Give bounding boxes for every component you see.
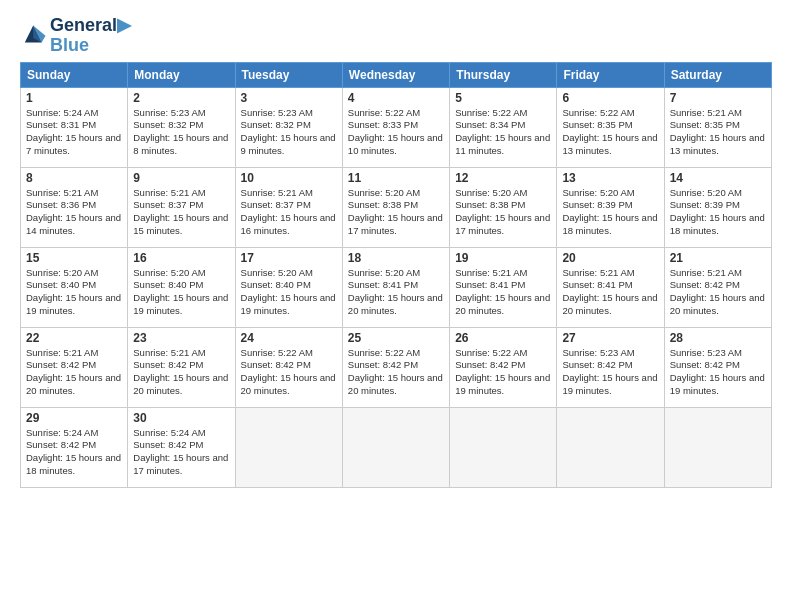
- day-info: Sunrise: 5:21 AM Sunset: 8:36 PM Dayligh…: [26, 187, 122, 238]
- calendar-cell: 14 Sunrise: 5:20 AM Sunset: 8:39 PM Dayl…: [664, 167, 771, 247]
- calendar-cell: 5 Sunrise: 5:22 AM Sunset: 8:34 PM Dayli…: [450, 87, 557, 167]
- day-info: Sunrise: 5:22 AM Sunset: 8:33 PM Dayligh…: [348, 107, 444, 158]
- day-number: 10: [241, 171, 337, 185]
- calendar-cell: 15 Sunrise: 5:20 AM Sunset: 8:40 PM Dayl…: [21, 247, 128, 327]
- day-info: Sunrise: 5:20 AM Sunset: 8:39 PM Dayligh…: [562, 187, 658, 238]
- col-monday: Monday: [128, 62, 235, 87]
- day-info: Sunrise: 5:24 AM Sunset: 8:31 PM Dayligh…: [26, 107, 122, 158]
- day-number: 16: [133, 251, 229, 265]
- day-info: Sunrise: 5:21 AM Sunset: 8:41 PM Dayligh…: [455, 267, 551, 318]
- calendar-cell: 29 Sunrise: 5:24 AM Sunset: 8:42 PM Dayl…: [21, 407, 128, 487]
- calendar-row: 15 Sunrise: 5:20 AM Sunset: 8:40 PM Dayl…: [21, 247, 772, 327]
- calendar-row: 22 Sunrise: 5:21 AM Sunset: 8:42 PM Dayl…: [21, 327, 772, 407]
- calendar-cell: 9 Sunrise: 5:21 AM Sunset: 8:37 PM Dayli…: [128, 167, 235, 247]
- calendar-table: Sunday Monday Tuesday Wednesday Thursday…: [20, 62, 772, 488]
- day-number: 18: [348, 251, 444, 265]
- day-number: 13: [562, 171, 658, 185]
- day-info: Sunrise: 5:23 AM Sunset: 8:42 PM Dayligh…: [562, 347, 658, 398]
- day-info: Sunrise: 5:21 AM Sunset: 8:42 PM Dayligh…: [26, 347, 122, 398]
- day-number: 23: [133, 331, 229, 345]
- day-number: 26: [455, 331, 551, 345]
- day-number: 3: [241, 91, 337, 105]
- day-info: Sunrise: 5:20 AM Sunset: 8:38 PM Dayligh…: [455, 187, 551, 238]
- day-number: 20: [562, 251, 658, 265]
- day-number: 11: [348, 171, 444, 185]
- calendar-cell: 10 Sunrise: 5:21 AM Sunset: 8:37 PM Dayl…: [235, 167, 342, 247]
- col-saturday: Saturday: [664, 62, 771, 87]
- calendar-row: 1 Sunrise: 5:24 AM Sunset: 8:31 PM Dayli…: [21, 87, 772, 167]
- calendar-cell: 26 Sunrise: 5:22 AM Sunset: 8:42 PM Dayl…: [450, 327, 557, 407]
- calendar-cell: [235, 407, 342, 487]
- day-info: Sunrise: 5:21 AM Sunset: 8:42 PM Dayligh…: [133, 347, 229, 398]
- col-sunday: Sunday: [21, 62, 128, 87]
- calendar-cell: 17 Sunrise: 5:20 AM Sunset: 8:40 PM Dayl…: [235, 247, 342, 327]
- col-tuesday: Tuesday: [235, 62, 342, 87]
- day-info: Sunrise: 5:21 AM Sunset: 8:42 PM Dayligh…: [670, 267, 766, 318]
- day-number: 1: [26, 91, 122, 105]
- calendar-cell: 18 Sunrise: 5:20 AM Sunset: 8:41 PM Dayl…: [342, 247, 449, 327]
- calendar-header-row: Sunday Monday Tuesday Wednesday Thursday…: [21, 62, 772, 87]
- calendar-cell: 3 Sunrise: 5:23 AM Sunset: 8:32 PM Dayli…: [235, 87, 342, 167]
- day-number: 27: [562, 331, 658, 345]
- day-info: Sunrise: 5:23 AM Sunset: 8:42 PM Dayligh…: [670, 347, 766, 398]
- day-number: 21: [670, 251, 766, 265]
- day-number: 15: [26, 251, 122, 265]
- calendar-cell: 25 Sunrise: 5:22 AM Sunset: 8:42 PM Dayl…: [342, 327, 449, 407]
- calendar-cell: 6 Sunrise: 5:22 AM Sunset: 8:35 PM Dayli…: [557, 87, 664, 167]
- calendar-cell: 20 Sunrise: 5:21 AM Sunset: 8:41 PM Dayl…: [557, 247, 664, 327]
- calendar-row: 8 Sunrise: 5:21 AM Sunset: 8:36 PM Dayli…: [21, 167, 772, 247]
- calendar-cell: 8 Sunrise: 5:21 AM Sunset: 8:36 PM Dayli…: [21, 167, 128, 247]
- col-thursday: Thursday: [450, 62, 557, 87]
- calendar-cell: [450, 407, 557, 487]
- day-info: Sunrise: 5:22 AM Sunset: 8:42 PM Dayligh…: [455, 347, 551, 398]
- calendar-cell: 24 Sunrise: 5:22 AM Sunset: 8:42 PM Dayl…: [235, 327, 342, 407]
- day-info: Sunrise: 5:21 AM Sunset: 8:41 PM Dayligh…: [562, 267, 658, 318]
- day-info: Sunrise: 5:21 AM Sunset: 8:35 PM Dayligh…: [670, 107, 766, 158]
- calendar-cell: 13 Sunrise: 5:20 AM Sunset: 8:39 PM Dayl…: [557, 167, 664, 247]
- day-info: Sunrise: 5:20 AM Sunset: 8:40 PM Dayligh…: [241, 267, 337, 318]
- calendar-cell: 1 Sunrise: 5:24 AM Sunset: 8:31 PM Dayli…: [21, 87, 128, 167]
- calendar-cell: 7 Sunrise: 5:21 AM Sunset: 8:35 PM Dayli…: [664, 87, 771, 167]
- calendar-cell: 19 Sunrise: 5:21 AM Sunset: 8:41 PM Dayl…: [450, 247, 557, 327]
- day-info: Sunrise: 5:20 AM Sunset: 8:39 PM Dayligh…: [670, 187, 766, 238]
- calendar-cell: 12 Sunrise: 5:20 AM Sunset: 8:38 PM Dayl…: [450, 167, 557, 247]
- calendar-cell: [664, 407, 771, 487]
- col-friday: Friday: [557, 62, 664, 87]
- day-info: Sunrise: 5:21 AM Sunset: 8:37 PM Dayligh…: [241, 187, 337, 238]
- calendar-cell: 23 Sunrise: 5:21 AM Sunset: 8:42 PM Dayl…: [128, 327, 235, 407]
- calendar-cell: 28 Sunrise: 5:23 AM Sunset: 8:42 PM Dayl…: [664, 327, 771, 407]
- calendar-cell: 4 Sunrise: 5:22 AM Sunset: 8:33 PM Dayli…: [342, 87, 449, 167]
- day-info: Sunrise: 5:20 AM Sunset: 8:40 PM Dayligh…: [133, 267, 229, 318]
- day-info: Sunrise: 5:20 AM Sunset: 8:40 PM Dayligh…: [26, 267, 122, 318]
- calendar-cell: 16 Sunrise: 5:20 AM Sunset: 8:40 PM Dayl…: [128, 247, 235, 327]
- logo-text: General▶ Blue: [50, 16, 131, 56]
- day-number: 14: [670, 171, 766, 185]
- calendar-cell: 21 Sunrise: 5:21 AM Sunset: 8:42 PM Dayl…: [664, 247, 771, 327]
- day-info: Sunrise: 5:20 AM Sunset: 8:41 PM Dayligh…: [348, 267, 444, 318]
- day-info: Sunrise: 5:22 AM Sunset: 8:34 PM Dayligh…: [455, 107, 551, 158]
- day-info: Sunrise: 5:22 AM Sunset: 8:35 PM Dayligh…: [562, 107, 658, 158]
- day-info: Sunrise: 5:22 AM Sunset: 8:42 PM Dayligh…: [348, 347, 444, 398]
- calendar-cell: [557, 407, 664, 487]
- day-number: 4: [348, 91, 444, 105]
- day-info: Sunrise: 5:23 AM Sunset: 8:32 PM Dayligh…: [241, 107, 337, 158]
- day-number: 28: [670, 331, 766, 345]
- calendar-cell: 2 Sunrise: 5:23 AM Sunset: 8:32 PM Dayli…: [128, 87, 235, 167]
- day-number: 17: [241, 251, 337, 265]
- calendar-cell: 11 Sunrise: 5:20 AM Sunset: 8:38 PM Dayl…: [342, 167, 449, 247]
- logo-icon: [22, 20, 50, 48]
- col-wednesday: Wednesday: [342, 62, 449, 87]
- day-number: 22: [26, 331, 122, 345]
- day-number: 30: [133, 411, 229, 425]
- day-number: 19: [455, 251, 551, 265]
- day-info: Sunrise: 5:20 AM Sunset: 8:38 PM Dayligh…: [348, 187, 444, 238]
- logo: General▶ Blue: [20, 16, 131, 56]
- day-info: Sunrise: 5:23 AM Sunset: 8:32 PM Dayligh…: [133, 107, 229, 158]
- day-number: 8: [26, 171, 122, 185]
- day-number: 6: [562, 91, 658, 105]
- day-number: 25: [348, 331, 444, 345]
- page: General▶ Blue Sunday Monday Tuesday Wedn…: [0, 0, 792, 612]
- day-number: 12: [455, 171, 551, 185]
- calendar-cell: 30 Sunrise: 5:24 AM Sunset: 8:42 PM Dayl…: [128, 407, 235, 487]
- calendar-row: 29 Sunrise: 5:24 AM Sunset: 8:42 PM Dayl…: [21, 407, 772, 487]
